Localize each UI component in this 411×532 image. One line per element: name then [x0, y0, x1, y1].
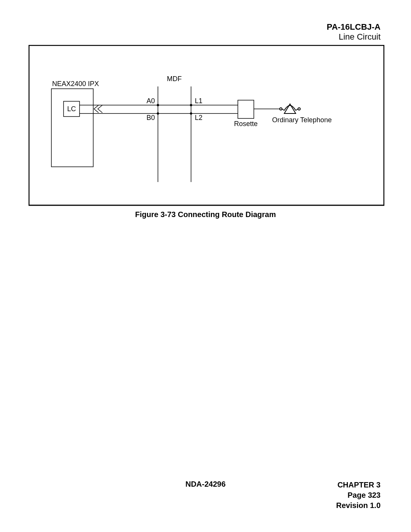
- l1-label: L1: [195, 97, 202, 105]
- system-label: NEAX2400 IPX: [52, 80, 99, 88]
- a0-label: A0: [147, 97, 155, 105]
- product-code: PA-16LCBJ-A: [327, 22, 381, 32]
- mdf-label: MDF: [167, 75, 182, 83]
- l2-label: L2: [195, 114, 202, 121]
- page-number: Page 323: [336, 490, 381, 500]
- svg-point-0: [280, 108, 282, 110]
- b0-label: B0: [147, 114, 155, 121]
- rosette-label: Rosette: [234, 120, 258, 128]
- footer-meta: CHAPTER 3 Page 323 Revision 1.0: [336, 480, 381, 511]
- lc-label: LC: [67, 105, 76, 113]
- figure-frame: [29, 45, 384, 205]
- chapter-label: CHAPTER 3: [336, 480, 381, 490]
- diagram-figure: NEAX2400 IPX LC MDF A0 B0: [29, 45, 384, 209]
- svg-point-3: [298, 108, 300, 110]
- connecting-route-svg: NEAX2400 IPX LC MDF A0 B0: [29, 45, 384, 209]
- system-box: [51, 89, 93, 167]
- rosette-box: [238, 100, 254, 118]
- product-subtitle: Line Circuit: [339, 32, 381, 42]
- telephone-label: Ordinary Telephone: [272, 116, 332, 124]
- document-page: PA-16LCBJ-A Line Circuit NEAX2400 IPX LC…: [0, 0, 411, 532]
- figure-caption: Figure 3-73 Connecting Route Diagram: [0, 210, 411, 219]
- revision-label: Revision 1.0: [336, 500, 381, 511]
- svg-line-1: [282, 109, 284, 110]
- telephone-icon: [280, 104, 300, 113]
- cable-arrow-icon: [94, 105, 102, 113]
